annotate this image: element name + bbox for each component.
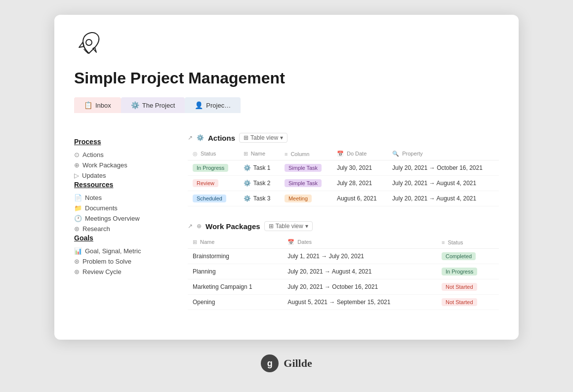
actions-row-status: Review bbox=[188, 176, 239, 191]
sidebar-section-title-process: Process bbox=[74, 138, 173, 146]
actions-row-name: ⚙️ Task 2 bbox=[239, 176, 280, 191]
goal-icon: 📊 bbox=[74, 247, 82, 255]
actions-expand-icon[interactable]: ↗ bbox=[188, 134, 193, 141]
status-badge: Scheduled bbox=[193, 195, 226, 202]
work-packages-view-toggle[interactable]: ⊞ Table view ▾ bbox=[264, 221, 313, 231]
table-row[interactable]: Scheduled ⚙️ Task 3 Meeting August 6, 20… bbox=[188, 191, 499, 206]
table-row[interactable]: In Progress ⚙️ Task 1 Simple Task July 3… bbox=[188, 160, 499, 176]
sidebar-item-meetings-overview[interactable]: 🕐 Meetings Overview bbox=[74, 213, 173, 224]
wp-dates-col-icon: 📅 bbox=[287, 239, 294, 245]
tab-projec-icon: 👤 bbox=[195, 101, 203, 109]
actions-row-name: ⚙️ Task 3 bbox=[239, 191, 280, 206]
work-packages-expand-icon[interactable]: ↗ bbox=[188, 223, 193, 230]
sidebar-item-actions-label: Actions bbox=[82, 151, 104, 158]
svg-point-0 bbox=[86, 39, 92, 45]
property-col-icon: 🔍 bbox=[392, 151, 399, 157]
sidebar-item-problem-to-solve[interactable]: ⊛ Problem to Solve bbox=[74, 256, 173, 267]
sidebar-item-goal-signal-metric[interactable]: 📊 Goal, Signal, Metric bbox=[74, 246, 173, 256]
tab-projec[interactable]: 👤 Projec… bbox=[185, 97, 241, 113]
actions-section-header: ↗ ⚙️ Actions ⊞ Table view ▾ bbox=[188, 133, 499, 143]
sidebar-item-work-packages[interactable]: ⊕ Work Packages bbox=[74, 160, 173, 170]
tab-project-icon: ⚙️ bbox=[131, 101, 139, 109]
task-icon: ⚙️ bbox=[244, 180, 251, 187]
sidebar-item-goal-label: Goal, Signal, Metric bbox=[85, 247, 141, 255]
work-packages-table: ⊞ Name 📅 Dates ≡ Status bbox=[188, 236, 499, 310]
actions-row-property: July 20, 2021 → October 16, 2021 bbox=[387, 160, 499, 176]
actions-row-do-date: July 28, 2021 bbox=[332, 176, 387, 191]
table-row[interactable]: Planning July 20, 2021 → August 4, 2021 … bbox=[188, 264, 499, 279]
sidebar-item-documents[interactable]: 📁 Documents bbox=[74, 203, 173, 213]
wp-table-header-row: ⊞ Name 📅 Dates ≡ Status bbox=[188, 236, 499, 249]
actions-section-icon: ⚙️ bbox=[197, 134, 204, 141]
wp-row-name: Opening bbox=[188, 295, 283, 310]
actions-table: ◎ Status ⊞ Name ≡ Column 📅 bbox=[188, 148, 499, 206]
work-packages-table-body: Brainstorming July 1, 2021 → July 20, 20… bbox=[188, 249, 499, 310]
actions-table-header-row: ◎ Status ⊞ Name ≡ Column 📅 bbox=[188, 148, 499, 160]
main-card: Simple Project Management 📋 Inbox ⚙️ The… bbox=[54, 15, 519, 340]
actions-row-do-date: July 30, 2021 bbox=[332, 160, 387, 176]
footer: g Gillde bbox=[261, 340, 312, 377]
actions-col-status: ◎ Status bbox=[188, 148, 239, 160]
task-name-label: Task 2 bbox=[253, 180, 271, 187]
main-content: ↗ ⚙️ Actions ⊞ Table view ▾ ◎ Status bbox=[173, 123, 499, 325]
wp-row-status: In Progress bbox=[437, 264, 499, 279]
actions-col-column: ≡ Column bbox=[280, 148, 332, 160]
footer-brand-name: Gillde bbox=[284, 357, 312, 370]
work-packages-section-header: ↗ ⊕ Work Packages ⊞ Table view ▾ bbox=[188, 221, 499, 231]
notes-icon: 📄 bbox=[74, 194, 82, 201]
actions-table-body: In Progress ⚙️ Task 1 Simple Task July 3… bbox=[188, 160, 499, 206]
sidebar-section-ressources: Ressources 📄 Notes 📁 Documents 🕐 Meeting… bbox=[74, 181, 173, 234]
table-row[interactable]: Brainstorming July 1, 2021 → July 20, 20… bbox=[188, 249, 499, 264]
actions-row-property: July 20, 2021 → August 4, 2021 bbox=[387, 176, 499, 191]
wp-name-col-icon: ⊞ bbox=[193, 239, 197, 245]
task-icon: ⚙️ bbox=[244, 195, 251, 202]
table-row[interactable]: Review ⚙️ Task 2 Simple Task July 28, 20… bbox=[188, 176, 499, 191]
tab-the-project[interactable]: ⚙️ The Project bbox=[121, 97, 185, 113]
tab-inbox[interactable]: 📋 Inbox bbox=[74, 97, 121, 113]
problem-icon: ⊛ bbox=[74, 258, 80, 265]
header-area: Simple Project Management 📋 Inbox ⚙️ The… bbox=[54, 15, 519, 123]
table-icon: ⊞ bbox=[244, 134, 248, 141]
actions-row-column: Simple Task bbox=[280, 160, 332, 176]
table-row[interactable]: Marketing Campaign 1 July 20, 2021 → Oct… bbox=[188, 279, 499, 295]
wp-row-status: Completed bbox=[437, 249, 499, 264]
sidebar-item-review-cycle[interactable]: ⊛ Review Cycle bbox=[74, 267, 173, 277]
status-badge: In Progress bbox=[193, 164, 228, 172]
table-row[interactable]: Opening August 5, 2021 → September 15, 2… bbox=[188, 295, 499, 310]
status-badge: In Progress bbox=[442, 268, 477, 275]
actions-row-column: Meeting bbox=[280, 191, 332, 206]
tab-project-label: The Project bbox=[142, 102, 175, 109]
wp-row-name: Marketing Campaign 1 bbox=[188, 279, 283, 295]
documents-icon: 📁 bbox=[74, 204, 82, 212]
meetings-icon: 🕐 bbox=[74, 215, 82, 222]
wp-row-dates: July 1, 2021 → July 20, 2021 bbox=[283, 249, 437, 264]
sidebar-item-notes[interactable]: 📄 Notes bbox=[74, 193, 173, 203]
work-packages-icon: ⊕ bbox=[74, 161, 80, 169]
sidebar-item-actions[interactable]: ⊙ Actions bbox=[74, 150, 173, 160]
task-icon: ⚙️ bbox=[244, 164, 251, 171]
sidebar-item-documents-label: Documents bbox=[85, 204, 118, 212]
status-badge: Review bbox=[193, 179, 218, 187]
page-title: Simple Project Management bbox=[74, 69, 499, 87]
review-cycle-icon: ⊛ bbox=[74, 268, 80, 275]
date-col-icon: 📅 bbox=[337, 151, 344, 157]
actions-view-toggle[interactable]: ⊞ Table view ▾ bbox=[239, 133, 287, 143]
actions-row-name: ⚙️ Task 1 bbox=[239, 160, 280, 176]
sidebar-item-updates-label: Updates bbox=[82, 172, 106, 179]
actions-col-name: ⊞ Name bbox=[239, 148, 280, 160]
sidebar-item-updates[interactable]: ▷ Updates bbox=[74, 170, 173, 181]
actions-section-title: Actions bbox=[208, 134, 235, 142]
rocket-icon bbox=[74, 30, 104, 59]
task-name-label: Task 1 bbox=[253, 164, 271, 171]
column-col-icon: ≡ bbox=[285, 151, 287, 157]
wp-row-dates: July 20, 2021 → October 16, 2021 bbox=[283, 279, 437, 295]
work-packages-view-label: Table view bbox=[276, 223, 303, 230]
sidebar-item-review-cycle-label: Review Cycle bbox=[82, 268, 122, 275]
sidebar-item-notes-label: Notes bbox=[85, 194, 102, 201]
actions-view-label: Table view bbox=[250, 134, 278, 141]
sidebar-item-research[interactable]: ⊛ Research bbox=[74, 224, 173, 234]
wp-row-status: Not Started bbox=[437, 295, 499, 310]
sidebar-item-work-packages-label: Work Packages bbox=[82, 161, 127, 169]
sidebar-section-title-ressources: Ressources bbox=[74, 181, 173, 189]
wp-row-name: Planning bbox=[188, 264, 283, 279]
